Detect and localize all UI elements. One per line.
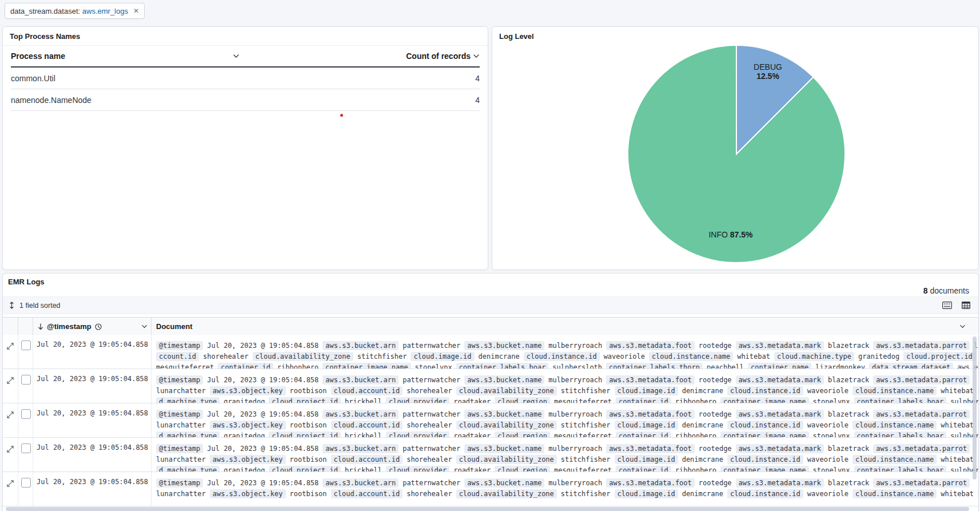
field-value: ribbonhero (277, 363, 318, 369)
field-value: denimcrane (682, 455, 723, 464)
field-value: Jul 20, 2023 @ 19:05:04.858 (207, 342, 318, 350)
field-badge: cloud.instance.name (852, 421, 937, 430)
document-line: mesquiteferretcontainer.idribbonherocont… (156, 362, 978, 369)
document-line: lunarchatteraws.s3.object.keyrootbisoncl… (156, 385, 978, 396)
row-checkbox[interactable] (21, 409, 31, 419)
expand-document-button[interactable] (3, 438, 18, 472)
field-value: peachbell (707, 363, 744, 369)
field-value: waveoriole (807, 421, 848, 429)
expand-document-button[interactable] (3, 369, 18, 403)
field-badge: @timestamp (156, 341, 203, 350)
table-row[interactable]: namenode.NameNode4 (11, 89, 480, 111)
field-badge: aws.s3.metadata.parrot (873, 410, 970, 419)
field-value: stitchfisher (561, 455, 611, 464)
filter-pill[interactable]: data_stream.dataset: aws.emr_logs ✕ (5, 3, 145, 19)
column-header-count-of-records[interactable]: Count of records (240, 52, 480, 61)
field-badge: container.id (218, 363, 273, 369)
red-dot-marker (340, 114, 343, 117)
field-badge: aws.s3.bucket.arn (322, 341, 399, 350)
field-value: shorehealer (407, 421, 452, 429)
field-badge: cloud.image.id (615, 421, 678, 430)
document-cell: @timestampJul 20, 2023 @ 19:05:04.858aws… (152, 369, 978, 403)
field-badge: aws.s3.metadata.parrot (873, 375, 970, 385)
document-column-header[interactable]: Document (152, 318, 978, 335)
field-badge: cloud.instance.name (852, 455, 937, 464)
field-badge: cloud.provider (386, 466, 449, 472)
sort-fields-button[interactable]: 1 field sorted (9, 302, 61, 310)
chevron-down-icon[interactable] (233, 53, 240, 60)
field-badge: aws.s3.metadata.parrot (873, 341, 970, 350)
process-table-header: Process name Count of records (11, 46, 480, 68)
field-badge: cloud.image.id (615, 489, 678, 498)
keyboard-icon[interactable] (942, 302, 952, 309)
horizontal-scrollbar-thumb[interactable] (6, 507, 969, 511)
field-badge: container.labels.boar (854, 466, 947, 472)
field-badge: aws.s3.object.key (210, 421, 286, 430)
field-value: rootedge (699, 479, 732, 487)
field-badge: cloud.instance.id (524, 352, 600, 361)
expand-document-button[interactable] (3, 335, 18, 369)
field-badge: aws.s3.bucket.name (464, 375, 544, 385)
field-badge: aws.s3.object.key (210, 489, 286, 498)
field-badge: @timestamp (156, 410, 203, 419)
field-badge: aws.s3.metadata.foot (606, 444, 695, 453)
grid-display-options-icon[interactable] (962, 302, 970, 309)
field-value: mulberryroach (548, 479, 602, 487)
field-value: granitedog (224, 466, 265, 472)
field-value: stonelynx (813, 432, 850, 438)
field-value: rootbison (290, 387, 327, 395)
field-badge: aws.s3.object.key (210, 455, 286, 464)
select-row-cell (18, 472, 33, 506)
field-badge: cloud.availability_zone (456, 455, 557, 464)
expand-column-header (3, 318, 18, 335)
chevron-down-icon[interactable] (473, 53, 480, 60)
expand-document-button[interactable] (3, 472, 18, 506)
column-header-process-name[interactable]: Process name (11, 52, 240, 61)
document-line: @timestampJul 20, 2023 @ 19:05:04.858aws… (156, 477, 978, 488)
timestamp-column-header[interactable]: @timestamp (33, 318, 152, 335)
expand-document-button[interactable] (3, 403, 18, 437)
chevron-down-icon[interactable] (959, 323, 966, 330)
row-checkbox[interactable] (21, 443, 31, 453)
field-badge: container.image.name (720, 431, 809, 438)
process-name-cell: common.Util (11, 74, 411, 83)
field-badge: aws.s3.metadata.mark (736, 341, 824, 350)
field-value: Jul 20, 2023 @ 19:05:04.858 (207, 445, 318, 453)
document-line: d.machine.typegranitedogcloud.project.id… (156, 430, 978, 437)
document-line: d.machine.typegranitedogcloud.project.id… (156, 465, 978, 472)
field-value: denimcrane (682, 490, 723, 498)
field-badge: cloud.project.id (903, 352, 975, 361)
field-badge: clou (978, 489, 978, 498)
timestamp-cell: Jul 20, 2023 @ 19:05:04.858 (33, 438, 152, 472)
field-badge: cloud.instance.id (727, 455, 803, 464)
process-table: Process name Count of records common.Uti… (11, 46, 480, 111)
row-checkbox[interactable] (21, 340, 31, 350)
field-badge: cloud.instance.id (727, 386, 803, 395)
panel-title: EMR Logs (8, 278, 45, 286)
field-value: waveoriole (807, 387, 848, 395)
field-badge: container.labels.thorn (606, 363, 703, 369)
row-checkbox[interactable] (21, 478, 31, 488)
field-badge: @timestamp (156, 478, 203, 488)
remove-filter-icon[interactable]: ✕ (133, 7, 139, 15)
log-row: Jul 20, 2023 @ 19:05:04.858@timestampJul… (3, 438, 978, 472)
filter-field-label: data_stream.dataset: aws.emr_logs (10, 7, 128, 15)
field-value: roadtaker (453, 432, 491, 438)
table-row[interactable]: common.Util4 (11, 68, 480, 89)
panel-title: Top Process Names (3, 27, 488, 46)
field-value: lizardmonkey (815, 363, 865, 369)
field-badge: d.machine.type (156, 397, 220, 403)
field-badge: container.labels.boar (854, 431, 947, 438)
vertical-scrollbar-thumb[interactable] (973, 336, 977, 480)
field-badge: clou (978, 455, 978, 464)
kibana-dashboard: data_stream.dataset: aws.emr_logs ✕ Top … (0, 0, 980, 511)
field-badge: aws.s3.metadata.mark (736, 478, 824, 488)
field-badge: aws.s3.bucket.arn (322, 410, 399, 419)
row-checkbox[interactable] (21, 375, 31, 385)
document-line: @timestampJul 20, 2023 @ 19:05:04.858aws… (156, 340, 978, 351)
field-value: blazetrack (828, 342, 869, 350)
field-value: Jul 20, 2023 @ 19:05:04.858 (207, 376, 318, 384)
chevron-down-icon[interactable] (141, 323, 148, 330)
document-line: @timestampJul 20, 2023 @ 19:05:04.858aws… (156, 374, 978, 385)
field-value: lunarchatter (156, 490, 206, 498)
